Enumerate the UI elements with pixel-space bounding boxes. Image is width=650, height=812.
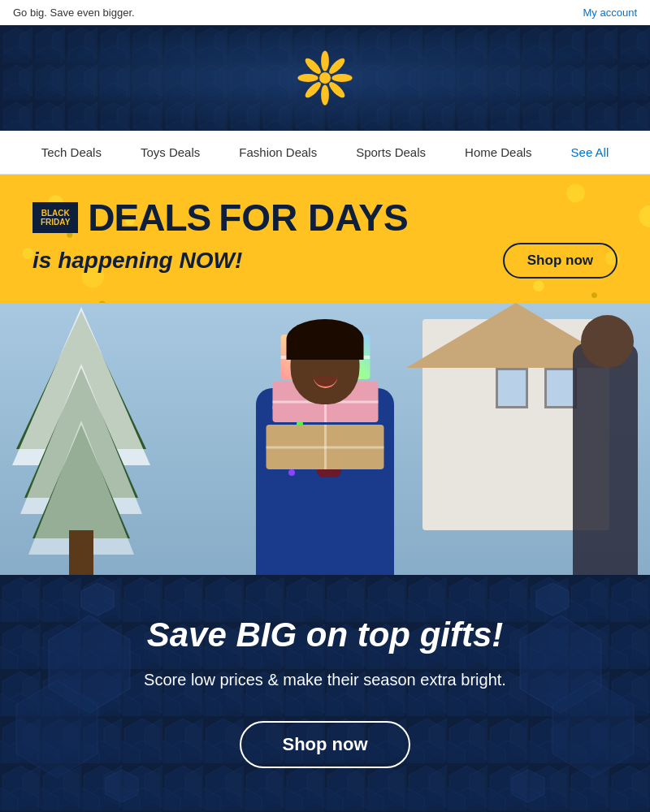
cta-section: Save BIG on top gifts! Score low prices …	[0, 575, 650, 812]
nav-item-sports-deals[interactable]: Sports Deals	[336, 131, 445, 174]
nav-item-fashion-deals[interactable]: Fashion Deals	[219, 131, 336, 174]
person-right	[573, 343, 638, 575]
svg-rect-34	[69, 530, 93, 575]
black-label: BLACK	[41, 209, 70, 218]
svg-point-23	[639, 205, 650, 227]
nav-item-see-all[interactable]: See All	[552, 131, 629, 174]
banner-content: BLACK FRIDAY DEALS FOR DAYS is happening…	[32, 199, 618, 279]
person-right-head	[581, 315, 634, 368]
my-account-link[interactable]: My account	[583, 6, 637, 19]
svg-point-16	[319, 72, 331, 84]
svg-point-24	[533, 280, 544, 292]
cta-subtitle: Score low prices & make their season ext…	[144, 667, 506, 692]
nav-bar: Tech Deals Toys Deals Fashion Deals Spor…	[0, 131, 650, 175]
deals-for-days-text: DEALS FOR DAYS	[88, 199, 408, 236]
window-right	[496, 368, 528, 408]
svg-marker-40	[49, 615, 130, 713]
svg-point-27	[592, 292, 597, 298]
cta-shop-now-button[interactable]: Shop now	[240, 721, 410, 768]
cta-hex-decoration	[0, 575, 650, 812]
walmart-logo[interactable]	[297, 50, 353, 106]
header	[0, 25, 650, 131]
svg-point-15	[303, 80, 323, 100]
deals-text: DEALS	[88, 199, 210, 236]
banner-shop-now-button[interactable]: Shop now	[503, 243, 618, 279]
top-bar: Go big. Save even bigger. My account	[0, 0, 650, 25]
nav-item-home-deals[interactable]: Home Deals	[445, 131, 552, 174]
friday-label: FRIDAY	[41, 218, 70, 227]
for-days-text: FOR DAYS	[219, 199, 408, 236]
banner-bottom-row: is happening NOW! Shop now	[32, 243, 618, 279]
svg-point-12	[303, 56, 323, 76]
walmart-spark-icon	[297, 50, 353, 106]
svg-marker-42	[16, 680, 98, 778]
happening-now-text: is happening NOW!	[32, 248, 242, 274]
svg-marker-47	[512, 770, 544, 802]
svg-point-11	[332, 74, 352, 82]
banner-top-row: BLACK FRIDAY DEALS FOR DAYS	[32, 199, 618, 236]
black-friday-badge: BLACK FRIDAY	[32, 202, 78, 233]
tagline: Go big. Save even bigger.	[13, 6, 135, 19]
svg-marker-45	[536, 583, 569, 615]
hero-image-section	[0, 303, 650, 575]
svg-marker-46	[106, 770, 138, 802]
svg-point-8	[321, 50, 329, 71]
svg-rect-39	[0, 575, 650, 812]
svg-marker-43	[552, 680, 634, 778]
svg-point-14	[327, 56, 347, 76]
tree-left	[0, 303, 162, 575]
svg-marker-44	[81, 583, 114, 615]
cta-title: Save BIG on top gifts!	[147, 615, 504, 654]
svg-point-13	[327, 80, 347, 100]
black-friday-banner: BLACK FRIDAY DEALS FOR DAYS is happening…	[0, 175, 650, 303]
svg-marker-41	[520, 615, 601, 713]
svg-point-10	[297, 74, 318, 82]
svg-point-9	[321, 84, 329, 105]
nav-item-toys-deals[interactable]: Toys Deals	[121, 131, 219, 174]
window-left	[544, 368, 577, 408]
child-head	[291, 323, 360, 404]
nav-item-tech-deals[interactable]: Tech Deals	[22, 131, 121, 174]
